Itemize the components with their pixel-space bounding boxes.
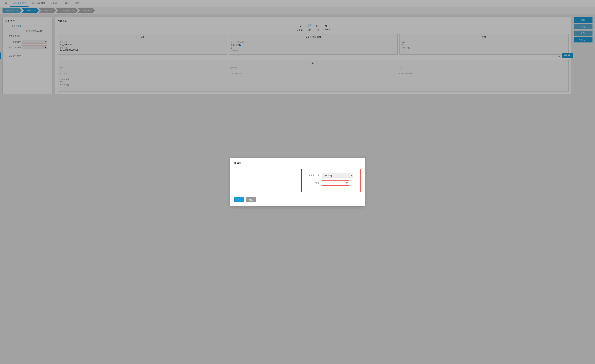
- purchase-date-input[interactable]: [322, 180, 344, 185]
- mismatch-modal: 불일치 불일치 사유 Warranty Price Date Other 구매일: [230, 158, 365, 206]
- purchase-date-row: 구매일 📅: [307, 180, 355, 186]
- purchase-date-wrapper: 📅: [322, 180, 349, 186]
- modal-title: 불일치: [234, 162, 361, 165]
- mismatch-reason-label: 불일치 사유: [307, 174, 319, 177]
- modal-form: 불일치 사유 Warranty Price Date Other 구매일 📅: [301, 169, 361, 192]
- mismatch-reason-select[interactable]: Warranty Price Date Other: [322, 173, 353, 178]
- modal-save-button[interactable]: 저장: [234, 197, 244, 202]
- modal-footer: 저장 취소: [234, 197, 361, 202]
- purchase-date-label: 구매일: [307, 181, 319, 184]
- mismatch-reason-row: 불일치 사유 Warranty Price Date Other: [307, 173, 355, 178]
- modal-body: 불일치 사유 Warranty Price Date Other 구매일 📅: [234, 169, 361, 192]
- calendar-icon[interactable]: 📅: [344, 180, 349, 185]
- modal-cancel-button[interactable]: 취소: [246, 197, 256, 202]
- modal-overlay: 불일치 불일치 사유 Warranty Price Date Other 구매일: [0, 0, 595, 364]
